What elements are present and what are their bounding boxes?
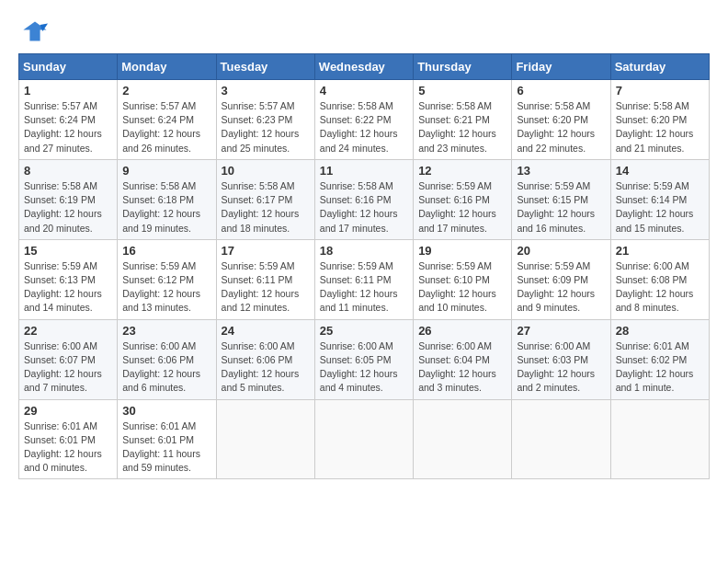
day-info: Sunrise: 5:58 AMSunset: 6:18 PMDaylight:… [122, 179, 210, 236]
calendar-cell: 22Sunrise: 6:00 AMSunset: 6:07 PMDayligh… [19, 319, 118, 399]
day-info: Sunrise: 5:58 AMSunset: 6:16 PMDaylight:… [320, 179, 408, 236]
calendar-cell: 24Sunrise: 6:00 AMSunset: 6:06 PMDayligh… [216, 319, 314, 399]
day-info: Sunrise: 6:00 AMSunset: 6:06 PMDaylight:… [222, 339, 310, 396]
calendar-cell: 1Sunrise: 5:57 AMSunset: 6:24 PMDaylight… [19, 80, 118, 160]
calendar-cell: 10Sunrise: 5:58 AMSunset: 6:17 PMDayligh… [216, 159, 314, 239]
day-info: Sunrise: 5:58 AMSunset: 6:21 PMDaylight:… [418, 99, 506, 155]
calendar-table: SundayMondayTuesdayWednesdayThursdayFrid… [18, 53, 710, 479]
calendar-week-3: 15Sunrise: 5:59 AMSunset: 6:13 PMDayligh… [19, 239, 710, 319]
logo [18, 18, 48, 44]
day-info: Sunrise: 6:01 AMSunset: 6:02 PMDaylight:… [616, 339, 704, 396]
calendar-cell: 18Sunrise: 5:59 AMSunset: 6:11 PMDayligh… [314, 239, 413, 319]
calendar-cell: 12Sunrise: 5:59 AMSunset: 6:16 PMDayligh… [414, 159, 512, 239]
day-info: Sunrise: 5:58 AMSunset: 6:22 PMDaylight:… [320, 99, 408, 155]
calendar-cell: 13Sunrise: 5:59 AMSunset: 6:15 PMDayligh… [512, 159, 610, 239]
day-number: 7 [616, 84, 704, 98]
day-info: Sunrise: 5:59 AMSunset: 6:12 PMDaylight:… [122, 259, 210, 316]
calendar-cell: 5Sunrise: 5:58 AMSunset: 6:21 PMDaylight… [414, 80, 512, 160]
calendar-cell [610, 399, 709, 479]
page-header [18, 18, 710, 44]
day-number: 19 [418, 244, 506, 258]
day-info: Sunrise: 6:00 AMSunset: 6:06 PMDaylight:… [122, 339, 210, 396]
calendar-cell: 19Sunrise: 5:59 AMSunset: 6:10 PMDayligh… [414, 239, 512, 319]
calendar-cell: 3Sunrise: 5:57 AMSunset: 6:23 PMDaylight… [216, 80, 314, 160]
day-info: Sunrise: 6:00 AMSunset: 6:07 PMDaylight:… [24, 339, 112, 396]
day-info: Sunrise: 5:58 AMSunset: 6:20 PMDaylight:… [616, 99, 704, 155]
day-number: 28 [616, 324, 704, 338]
day-number: 10 [222, 164, 310, 178]
day-number: 1 [24, 84, 112, 98]
calendar-cell: 15Sunrise: 5:59 AMSunset: 6:13 PMDayligh… [19, 239, 118, 319]
calendar-cell: 25Sunrise: 6:00 AMSunset: 6:05 PMDayligh… [314, 319, 413, 399]
calendar-cell: 21Sunrise: 6:00 AMSunset: 6:08 PMDayligh… [610, 239, 709, 319]
day-number: 3 [222, 84, 310, 98]
column-header-thursday: Thursday [414, 54, 512, 80]
calendar-cell: 29Sunrise: 6:01 AMSunset: 6:01 PMDayligh… [19, 399, 118, 479]
day-number: 13 [517, 164, 605, 178]
column-header-sunday: Sunday [19, 54, 118, 80]
day-info: Sunrise: 5:59 AMSunset: 6:11 PMDaylight:… [320, 259, 408, 316]
day-number: 8 [24, 164, 112, 178]
logo-bird-icon [22, 18, 48, 44]
day-number: 12 [418, 164, 506, 178]
calendar-week-5: 29Sunrise: 6:01 AMSunset: 6:01 PMDayligh… [19, 399, 710, 479]
calendar-week-1: 1Sunrise: 5:57 AMSunset: 6:24 PMDaylight… [19, 80, 710, 160]
calendar-cell: 14Sunrise: 5:59 AMSunset: 6:14 PMDayligh… [610, 159, 709, 239]
day-info: Sunrise: 5:59 AMSunset: 6:09 PMDaylight:… [517, 259, 605, 316]
day-number: 16 [122, 244, 210, 258]
day-info: Sunrise: 5:58 AMSunset: 6:19 PMDaylight:… [24, 179, 112, 236]
calendar-cell [414, 399, 512, 479]
day-info: Sunrise: 5:57 AMSunset: 6:23 PMDaylight:… [222, 99, 310, 155]
calendar-cell: 28Sunrise: 6:01 AMSunset: 6:02 PMDayligh… [610, 319, 709, 399]
calendar-cell: 11Sunrise: 5:58 AMSunset: 6:16 PMDayligh… [314, 159, 413, 239]
day-number: 21 [616, 244, 704, 258]
day-number: 15 [24, 244, 112, 258]
day-number: 9 [122, 164, 210, 178]
day-info: Sunrise: 5:59 AMSunset: 6:15 PMDaylight:… [517, 179, 605, 236]
day-info: Sunrise: 6:00 AMSunset: 6:08 PMDaylight:… [616, 259, 704, 316]
day-info: Sunrise: 5:58 AMSunset: 6:17 PMDaylight:… [222, 179, 310, 236]
day-info: Sunrise: 5:57 AMSunset: 6:24 PMDaylight:… [24, 99, 112, 155]
calendar-cell: 17Sunrise: 5:59 AMSunset: 6:11 PMDayligh… [216, 239, 314, 319]
header-row: SundayMondayTuesdayWednesdayThursdayFrid… [19, 54, 710, 80]
day-info: Sunrise: 5:58 AMSunset: 6:20 PMDaylight:… [517, 99, 605, 155]
column-header-monday: Monday [118, 54, 216, 80]
calendar-cell: 16Sunrise: 5:59 AMSunset: 6:12 PMDayligh… [118, 239, 216, 319]
calendar-cell [216, 399, 314, 479]
calendar-week-4: 22Sunrise: 6:00 AMSunset: 6:07 PMDayligh… [19, 319, 710, 399]
day-number: 17 [222, 244, 310, 258]
day-number: 6 [517, 84, 605, 98]
calendar-body: 1Sunrise: 5:57 AMSunset: 6:24 PMDaylight… [19, 80, 710, 479]
column-header-friday: Friday [512, 54, 610, 80]
calendar-cell: 23Sunrise: 6:00 AMSunset: 6:06 PMDayligh… [118, 319, 216, 399]
day-info: Sunrise: 6:00 AMSunset: 6:03 PMDaylight:… [517, 339, 605, 396]
calendar-cell: 8Sunrise: 5:58 AMSunset: 6:19 PMDaylight… [19, 159, 118, 239]
day-number: 2 [122, 84, 210, 98]
day-info: Sunrise: 5:59 AMSunset: 6:14 PMDaylight:… [616, 179, 704, 236]
day-number: 27 [517, 324, 605, 338]
calendar-cell: 27Sunrise: 6:00 AMSunset: 6:03 PMDayligh… [512, 319, 610, 399]
day-number: 30 [122, 404, 210, 418]
day-number: 29 [24, 404, 112, 418]
day-info: Sunrise: 5:59 AMSunset: 6:13 PMDaylight:… [24, 259, 112, 316]
calendar-cell: 4Sunrise: 5:58 AMSunset: 6:22 PMDaylight… [314, 80, 413, 160]
day-info: Sunrise: 6:00 AMSunset: 6:05 PMDaylight:… [320, 339, 408, 396]
day-info: Sunrise: 6:00 AMSunset: 6:04 PMDaylight:… [418, 339, 506, 396]
calendar-cell [314, 399, 413, 479]
day-info: Sunrise: 5:59 AMSunset: 6:16 PMDaylight:… [418, 179, 506, 236]
day-number: 25 [320, 324, 408, 338]
calendar-cell: 26Sunrise: 6:00 AMSunset: 6:04 PMDayligh… [414, 319, 512, 399]
calendar-cell: 7Sunrise: 5:58 AMSunset: 6:20 PMDaylight… [610, 80, 709, 160]
day-info: Sunrise: 5:59 AMSunset: 6:10 PMDaylight:… [418, 259, 506, 316]
day-number: 20 [517, 244, 605, 258]
calendar-cell [512, 399, 610, 479]
day-number: 22 [24, 324, 112, 338]
day-info: Sunrise: 5:59 AMSunset: 6:11 PMDaylight:… [222, 259, 310, 316]
calendar-header: SundayMondayTuesdayWednesdayThursdayFrid… [19, 54, 710, 80]
day-number: 23 [122, 324, 210, 338]
day-number: 4 [320, 84, 408, 98]
day-number: 14 [616, 164, 704, 178]
day-number: 18 [320, 244, 408, 258]
calendar-cell: 6Sunrise: 5:58 AMSunset: 6:20 PMDaylight… [512, 80, 610, 160]
day-info: Sunrise: 6:01 AMSunset: 6:01 PMDaylight:… [24, 419, 112, 476]
